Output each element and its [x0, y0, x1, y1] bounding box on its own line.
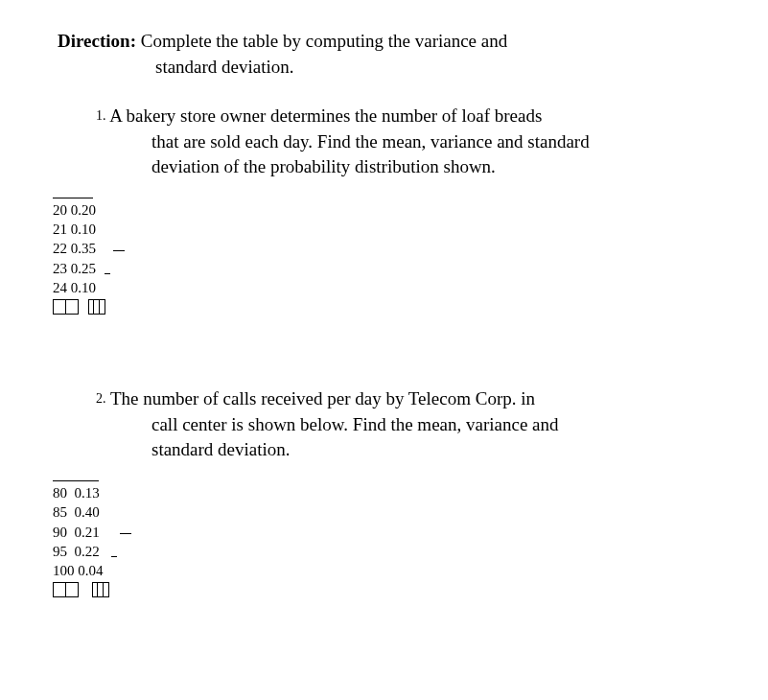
problem-1: 1. A bakery store owner determines the n… [58, 104, 710, 315]
answer-boxes [53, 582, 710, 597]
dash-mark [105, 273, 110, 274]
data-row: 95 0.22 [53, 542, 710, 561]
problem-1-line3: deviation of the probability distributio… [151, 154, 710, 180]
data-row: 80 0.13 [53, 483, 710, 502]
problem-1-line2: that are sold each day. Find the mean, v… [151, 129, 710, 155]
direction-block: Direction: Complete the table by computi… [58, 29, 710, 80]
answer-box [65, 299, 79, 315]
answer-box [65, 582, 79, 597]
problem-2-number: 2. [96, 391, 106, 406]
data-row: 21 0.10 [53, 220, 710, 239]
answer-triple-box [92, 582, 109, 597]
problem-2-line2: call center is shown below. Find the mea… [151, 412, 710, 438]
data-row: 22 0.35 [53, 239, 710, 258]
problem-1-data: 20 0.20 21 0.10 22 0.35 23 0.25 24 0.10 [53, 198, 710, 315]
problem-2-text: 2. The number of calls received per day … [96, 386, 710, 463]
problem-1-line1: A bakery store owner determines the numb… [106, 105, 543, 126]
answer-box [53, 582, 66, 597]
data-row: 90 0.21 [53, 523, 710, 542]
direction-label: Direction: [58, 31, 136, 51]
data-row: 24 0.10 [53, 278, 710, 297]
problem-1-text: 1. A bakery store owner determines the n… [96, 104, 710, 180]
data-row: 23 0.25 [53, 259, 710, 278]
problem-2: 2. The number of calls received per day … [58, 386, 710, 597]
answer-boxes [53, 299, 710, 315]
data-row: 20 0.20 [53, 200, 710, 220]
problem-2-data: 80 0.13 85 0.40 90 0.21 95 0.22 100 0.04 [53, 480, 710, 597]
data-row: 85 0.40 [53, 502, 710, 522]
table-top-rule [53, 480, 99, 481]
dash-mark [120, 533, 131, 534]
data-row: 100 0.04 [53, 561, 710, 580]
table-top-rule [53, 198, 93, 198]
problem-2-line1: The number of calls received per day by … [106, 388, 535, 408]
dash-mark [111, 556, 117, 557]
answer-triple-box [88, 299, 105, 315]
direction-text-1: Complete the table by computing the vari… [136, 31, 507, 51]
direction-text-2: standard deviation. [155, 55, 710, 81]
dash-mark [113, 250, 125, 251]
problem-2-line3: standard deviation. [151, 437, 710, 463]
answer-box [53, 299, 66, 315]
problem-1-number: 1. [96, 108, 106, 123]
